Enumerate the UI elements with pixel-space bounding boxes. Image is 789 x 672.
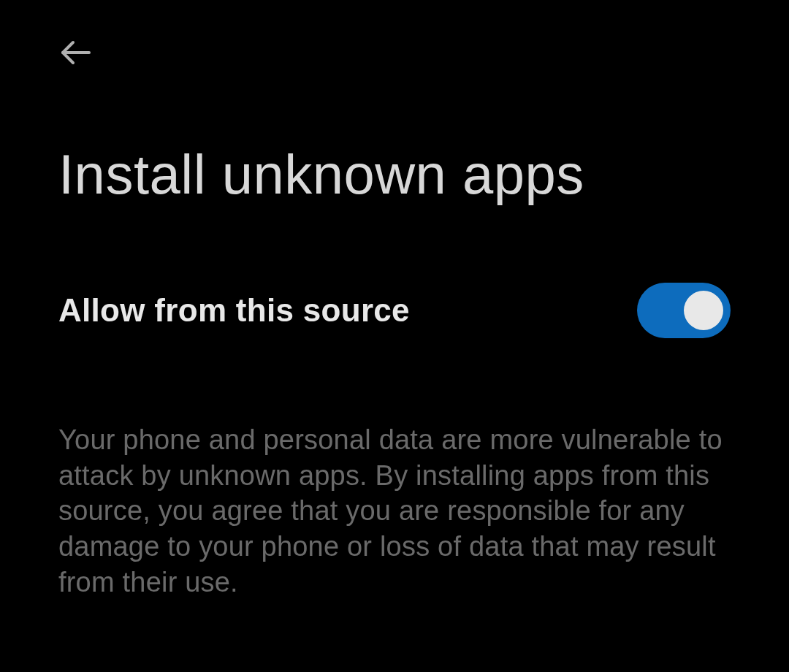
toggle-allow-source[interactable] — [637, 283, 731, 338]
arrow-left-icon — [58, 35, 94, 73]
toggle-knob — [684, 291, 723, 330]
warning-description: Your phone and personal data are more vu… — [0, 338, 789, 600]
setting-label: Allow from this source — [58, 292, 410, 329]
page-title: Install unknown apps — [0, 73, 789, 206]
back-button[interactable] — [58, 35, 94, 73]
header — [0, 0, 789, 73]
setting-row-allow-source[interactable]: Allow from this source — [0, 206, 789, 338]
